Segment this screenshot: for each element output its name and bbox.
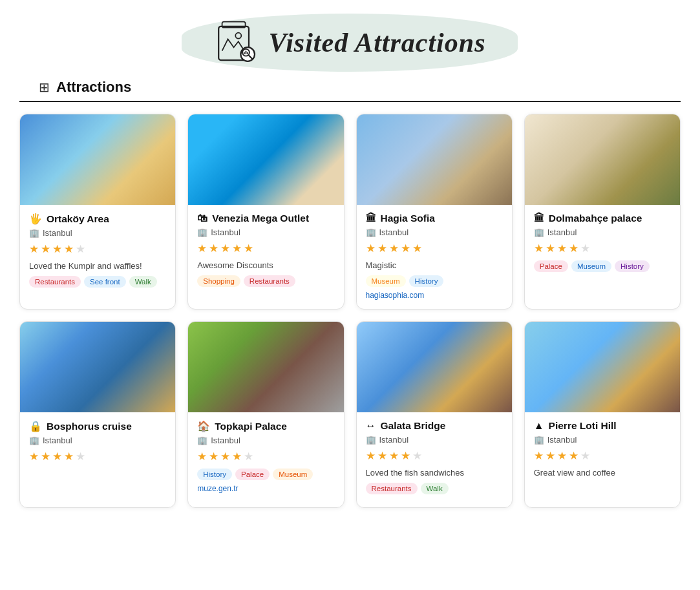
star-filled: ★ — [52, 242, 62, 256]
card-venezia: 🛍Venezia Mega Outlet🏢Istanbul★★★★★Awesom… — [187, 114, 344, 310]
location-icon: 🏢 — [197, 436, 207, 445]
card-name-galata: ↔Galata Bridge — [366, 420, 503, 432]
star-filled: ★ — [389, 449, 399, 463]
card-type-icon: 🏠 — [197, 420, 210, 432]
star-filled: ★ — [534, 242, 544, 255]
svg-point-2 — [236, 33, 242, 39]
card-name-venezia: 🛍Venezia Mega Outlet — [197, 213, 334, 224]
header-title: Visited Attractions — [268, 27, 485, 58]
tag-item: Restaurants — [244, 275, 295, 287]
star-rating: ★★★★★ — [534, 242, 671, 255]
star-filled: ★ — [64, 450, 74, 463]
star-filled: ★ — [389, 242, 399, 255]
star-empty: ★ — [580, 449, 590, 463]
card-city: Istanbul — [547, 435, 577, 445]
card-title: Pierre Loti Hill — [549, 420, 617, 432]
card-name-topkapi: 🏠Topkapi Palace — [197, 420, 334, 432]
card-type-icon: ↔ — [366, 420, 376, 432]
card-image-pierre — [525, 322, 680, 412]
star-filled: ★ — [401, 449, 410, 463]
tag-item: Walk — [129, 276, 157, 288]
tag-item: See front — [84, 276, 126, 288]
star-filled: ★ — [546, 449, 555, 463]
star-filled: ★ — [209, 450, 218, 463]
star-filled: ★ — [366, 242, 376, 255]
location-icon: 🏢 — [534, 435, 544, 445]
card-tags-ortakoy: RestaurantsSee frontWalk — [29, 276, 166, 288]
star-filled: ★ — [534, 449, 544, 463]
card-description-venezia: Awesome Discounts — [197, 260, 334, 270]
card-bosphorus: 🔒Bosphorus cruise🏢Istanbul★★★★★ — [19, 321, 176, 508]
star-empty: ★ — [412, 449, 422, 463]
section-title: Attractions — [56, 79, 131, 96]
star-rating: ★★★★★ — [366, 242, 503, 255]
card-type-icon: 🖐 — [29, 213, 42, 225]
star-filled: ★ — [546, 242, 555, 255]
star-filled: ★ — [41, 450, 50, 463]
card-image-topkapi — [188, 322, 343, 412]
section-header: ⊞ Attractions — [19, 79, 681, 102]
star-rating: ★★★★★ — [534, 449, 671, 463]
card-image-venezia — [188, 114, 343, 205]
card-image-bosphorus — [20, 322, 175, 412]
star-rating: ★★★★★ — [29, 242, 166, 256]
star-filled: ★ — [377, 242, 387, 255]
card-location-galata: 🏢Istanbul — [366, 435, 503, 445]
card-name-dolmabahce: 🏛Dolmabahçe palace — [534, 213, 671, 224]
tag-item: Palace — [534, 260, 568, 272]
card-location-topkapi: 🏢Istanbul — [197, 436, 334, 445]
tag-item: Shopping — [197, 275, 240, 287]
card-city: Istanbul — [211, 227, 240, 237]
card-link-topkapi[interactable]: muze.gen.tr — [197, 484, 334, 493]
tag-item: History — [409, 275, 444, 287]
card-location-ortakoy: 🏢Istanbul — [29, 228, 166, 238]
card-city: Istanbul — [547, 227, 577, 237]
card-city: Istanbul — [43, 228, 72, 238]
tag-item: History — [615, 260, 650, 272]
header-background: Visited Attractions — [214, 19, 485, 66]
tag-item: Museum — [571, 260, 611, 272]
tag-item: Walk — [421, 483, 449, 494]
card-title: Bosphorus cruise — [47, 421, 132, 432]
attractions-grid: 🖐Ortaköy Area🏢Istanbul★★★★★Loved the Kum… — [0, 114, 700, 527]
card-pierre: ▲Pierre Loti Hill🏢Istanbul★★★★★Great vie… — [524, 321, 681, 508]
star-filled: ★ — [197, 450, 207, 463]
card-galata: ↔Galata Bridge🏢Istanbul★★★★★Loved the fi… — [356, 321, 513, 508]
card-link-hagia[interactable]: hagiasophia.com — [366, 291, 503, 300]
card-location-venezia: 🏢Istanbul — [197, 227, 334, 237]
card-tags-hagia: MuseumHistory — [366, 275, 503, 287]
star-filled: ★ — [569, 242, 578, 255]
card-tags-venezia: ShoppingRestaurants — [197, 275, 334, 287]
tag-item: History — [197, 469, 232, 480]
card-tags-dolmabahce: PalaceMuseumHistory — [534, 260, 671, 272]
card-title: Dolmabahçe palace — [549, 213, 642, 224]
section-icon: ⊞ — [39, 79, 50, 95]
star-rating: ★★★★★ — [29, 450, 166, 463]
card-type-icon: 🛍 — [197, 213, 207, 224]
star-filled: ★ — [244, 242, 253, 255]
card-location-bosphorus: 🏢Istanbul — [29, 436, 166, 445]
card-name-hagia: 🏛Hagia Sofia — [366, 213, 503, 224]
location-icon: 🏢 — [366, 435, 376, 445]
star-empty: ★ — [244, 450, 253, 463]
star-filled: ★ — [569, 449, 578, 463]
location-icon: 🏢 — [534, 227, 544, 237]
card-title: Venezia Mega Outlet — [212, 213, 309, 224]
star-empty: ★ — [76, 242, 85, 256]
star-rating: ★★★★★ — [197, 450, 334, 463]
star-filled: ★ — [412, 242, 422, 255]
tag-item: Restaurants — [366, 483, 418, 494]
star-filled: ★ — [557, 242, 567, 255]
location-icon: 🏢 — [366, 227, 376, 237]
header-content: Visited Attractions — [214, 19, 485, 66]
star-filled: ★ — [197, 242, 207, 255]
card-type-icon: 🏛 — [366, 213, 376, 224]
card-name-pierre: ▲Pierre Loti Hill — [534, 420, 671, 432]
tag-item: Museum — [273, 469, 313, 480]
star-filled: ★ — [41, 242, 50, 256]
card-tags-topkapi: HistoryPalaceMuseum — [197, 469, 334, 480]
card-topkapi: 🏠Topkapi Palace🏢Istanbul★★★★★HistoryPala… — [187, 321, 344, 508]
card-image-ortakoy — [20, 114, 175, 205]
card-title: Galata Bridge — [381, 420, 446, 432]
star-filled: ★ — [29, 450, 39, 463]
